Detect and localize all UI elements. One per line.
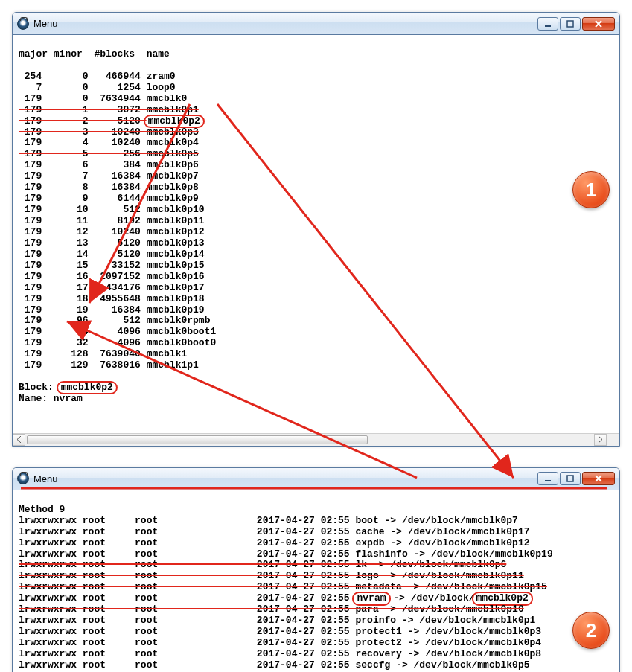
maximize-button[interactable]	[560, 17, 581, 31]
app-icon	[17, 18, 29, 30]
scroll-right-icon[interactable]	[594, 434, 607, 446]
table-row: 7 0 1254 loop0	[19, 82, 176, 93]
maximize-button[interactable]	[560, 472, 581, 485]
list-item: lrwxrwxrwx root root 2017-04-27 02:55 pr…	[19, 626, 541, 637]
table-row: 179 14 5120 mmcblk0p14	[19, 249, 205, 260]
minimize-button[interactable]	[537, 472, 558, 485]
window-title: Menu	[33, 473, 537, 484]
list-item: lrwxrwxrwx root root 2017-04-27 02:55 pa…	[19, 604, 524, 615]
table-row: 179 16 2097152 mmcblk0p16	[19, 271, 205, 282]
table-row: 179 8 16384 mmcblk0p8	[19, 182, 199, 193]
window-bottom: Menu Method 9 lrwxrwxrwx root root 2017-…	[12, 467, 620, 672]
svg-rect-1	[567, 21, 573, 27]
table-row: 179 32 4096 mmcblk0boot0	[19, 337, 216, 348]
list-item: lrwxrwxrwx root root 2017-04-27 02:55 lo…	[19, 570, 524, 581]
table-header: major minor #blocks name	[19, 48, 170, 60]
list-item: lrwxrwxrwx root root 2017-04-27 02:55 ex…	[19, 537, 530, 548]
list-item: lrwxrwxrwx root root 2017-04-27 02:55 se…	[19, 659, 530, 671]
table-row: 179 3 10240 mmcblk0p3	[19, 127, 199, 138]
close-button[interactable]	[582, 17, 615, 31]
app-icon	[17, 473, 29, 484]
table-row: 179 15 33152 mmcblk0p15	[19, 260, 205, 271]
list-item: lrwxrwxrwx root root 2017-04-27 02:55 re…	[19, 648, 541, 659]
hscrollbar-top[interactable]	[13, 433, 619, 446]
scroll-thumb[interactable]	[27, 435, 368, 444]
table-row: 179 12 10240 mmcblk0p12	[19, 226, 205, 237]
name-line: Name: nvram	[19, 393, 83, 404]
table-row: 179 4 10240 mmcblk0p4	[19, 137, 199, 148]
window-top: Menu major minor #blocks name 254 0 4669…	[12, 12, 620, 447]
table-row: 179 18 4955648 mmcblk0p18	[19, 293, 205, 304]
table-row: 179 10 512 mmcblk0p10	[19, 204, 205, 215]
table-row: 179 96 512 mmcblk0rpmb	[19, 315, 210, 326]
minimize-button[interactable]	[537, 17, 558, 31]
titlebar-bottom[interactable]: Menu	[13, 468, 619, 490]
table-row: 254 0 466944 zram0	[19, 71, 176, 82]
list-item: lrwxrwxrwx root root 2017-04-27 02:55 fl…	[19, 548, 553, 560]
list-item: lrwxrwxrwx root root 2017-04-27 02:55 lk…	[19, 559, 506, 570]
list-item: lrwxrwxrwx root root 2017-04-27 02:55 pr…	[19, 637, 541, 648]
terminal-content-bottom: Method 9 lrwxrwxrwx root root 2017-04-27…	[13, 490, 619, 672]
table-row: 179 0 7634944 mmcblk0	[19, 93, 187, 104]
close-button[interactable]	[582, 472, 615, 485]
table-row: 179 128 7639040 mmcblk1	[19, 348, 187, 359]
table-row: 179 17 434176 mmcblk0p17	[19, 282, 205, 293]
table-row: 179 6 384 mmcblk0p6	[19, 159, 199, 170]
terminal-content-top: major minor #blocks name 254 0 466944 zr…	[13, 35, 619, 433]
list-item: lrwxrwxrwx root root 2017-04-27 02:55 pr…	[19, 615, 535, 626]
scroll-track[interactable]	[25, 434, 594, 446]
window-title: Menu	[33, 18, 537, 29]
table-row: 179 13 5120 mmcblk0p13	[19, 237, 205, 249]
table-row: 179 2 5120 mmcblk0p2	[19, 115, 202, 127]
table-row: 179 5 256 mmcblk0p5	[19, 148, 199, 159]
table-row: 179 7 16384 mmcblk0p7	[19, 170, 199, 182]
badge-two: 2	[572, 612, 610, 649]
scroll-left-icon[interactable]	[13, 434, 25, 446]
svg-rect-3	[567, 476, 573, 481]
table-row: 179 129 7638016 mmcblk1p1	[19, 359, 199, 371]
list-item: lrwxrwxrwx root root 2017-04-27 02:55 ca…	[19, 526, 530, 537]
table-row: 179 19 16384 mmcblk0p19	[19, 304, 205, 316]
list-item: lrwxrwxrwx root root 2017-04-27 02:55 bo…	[19, 515, 518, 526]
scroll-corner	[607, 434, 619, 446]
table-row: 179 11 8192 mmcblk0p11	[19, 215, 205, 226]
method-line: Method 9	[19, 504, 65, 515]
list-item: lrwxrwxrwx root root 2017-04-27 02:55 me…	[19, 581, 547, 592]
table-row: 179 64 4096 mmcblk0boot1	[19, 326, 216, 337]
table-row: 179 1 3072 mmcblk0p1	[19, 104, 199, 115]
block-line: Block: mmcblk0p2	[19, 382, 115, 393]
list-item: lrwxrwxrwx root root 2017-04-27 02:55 nv…	[19, 592, 530, 604]
table-row: 179 9 6144 mmcblk0p9	[19, 193, 199, 204]
titlebar-top[interactable]: Menu	[13, 13, 619, 35]
badge-one: 1	[572, 171, 610, 208]
